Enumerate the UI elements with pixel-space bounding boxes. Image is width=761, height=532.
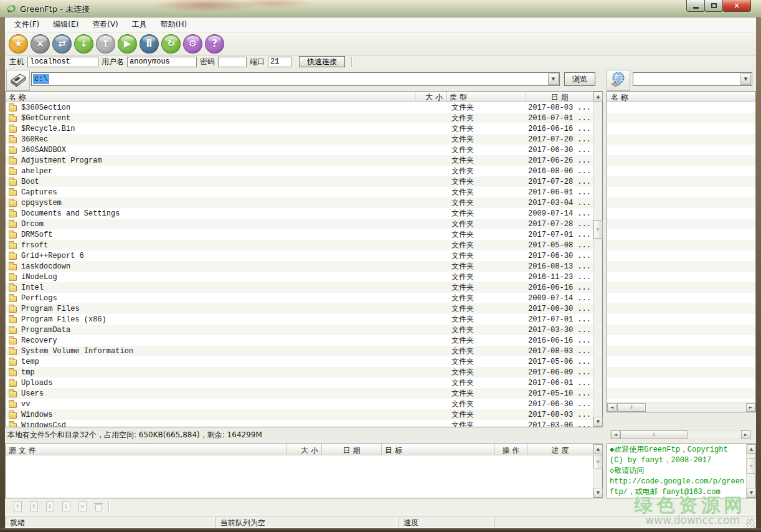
file-row[interactable]: cpqsystem文件夹2017-03-04 ... — [6, 197, 593, 208]
file-row[interactable]: Boot文件夹2017-07-28 ... — [6, 176, 593, 187]
file-row[interactable]: $GetCurrent文件夹2016-07-01 ... — [6, 113, 593, 123]
scroll-up-icon[interactable]: ▲ — [593, 444, 603, 454]
menu-item[interactable]: 编辑(E) — [46, 17, 85, 32]
scroll-right-icon[interactable]: ► — [746, 403, 755, 412]
file-row[interactable]: ProgramData文件夹2017-03-30 ... — [6, 325, 593, 335]
file-row[interactable]: $360Section文件夹2017-08-03 ... — [6, 102, 593, 113]
quick-connect-button[interactable]: 快速连接 — [299, 56, 345, 67]
transfer-mode-button[interactable]: ⇄ — [52, 34, 72, 54]
column-header-type[interactable]: 类 型 — [447, 92, 526, 102]
scroll-left-icon[interactable]: ◄ — [611, 430, 620, 439]
file-row[interactable]: Users文件夹2017-05-10 ... — [6, 388, 593, 399]
queue-column-header[interactable]: 操 作 — [495, 444, 527, 455]
port-input[interactable] — [268, 57, 291, 67]
scroll-thumb[interactable]: ≡ — [593, 455, 603, 468]
scroll-down-icon[interactable]: ▼ — [593, 488, 603, 498]
favorites-button[interactable]: ★ — [9, 34, 28, 54]
file-row[interactable]: Uploads文件夹2017-06-01 ... — [6, 378, 593, 388]
file-row[interactable]: WindowsCsd文件夹2017-03-06 ... — [6, 420, 593, 427]
scroll-thumb[interactable]: ≡ — [747, 458, 756, 474]
upload-button[interactable]: ↑ — [96, 34, 115, 54]
help-button[interactable]: ? — [205, 34, 224, 54]
file-row[interactable]: Intel文件夹2016-06-16 ... — [6, 282, 593, 293]
file-row[interactable]: $Recycle.Bin文件夹2016-06-16 ... — [6, 123, 593, 134]
file-row[interactable]: tmp文件夹2017-06-09 ... — [6, 367, 593, 378]
file-row[interactable]: Drcom文件夹2017-07-28 ... — [6, 219, 593, 229]
local-vertical-scrollbar[interactable]: ▲ ≡ ▼ — [593, 92, 602, 427]
resize-grip[interactable] — [746, 518, 755, 528]
file-row[interactable]: Recovery文件夹2016-06-16 ... — [6, 335, 593, 346]
file-name-cell: vv — [6, 400, 415, 409]
column-header-name[interactable]: 名 称 — [611, 93, 628, 102]
disconnect-button[interactable]: × — [31, 34, 50, 54]
file-row[interactable]: temp文件夹2017-05-06 ... — [6, 356, 593, 367]
file-row[interactable]: 360SANDBOX文件夹2017-06-30 ... — [6, 145, 593, 155]
chevron-down-icon[interactable]: ▼ — [740, 74, 751, 85]
menu-item[interactable]: 工具 — [125, 17, 154, 32]
scroll-right-icon[interactable]: ► — [741, 430, 750, 439]
file-row[interactable]: Program Files (x86)文件夹2017-07-01 ... — [6, 314, 593, 325]
file-row[interactable]: Captures文件夹2017-06-01 ... — [6, 187, 593, 197]
username-input[interactable] — [127, 57, 197, 67]
delete-queue-button[interactable] — [92, 500, 105, 513]
column-header-name[interactable]: 名 称 — [6, 92, 415, 102]
file-row[interactable]: iaskdocdown文件夹2016-08-13 ... — [6, 261, 593, 272]
refresh-button[interactable]: ↻ — [161, 34, 181, 54]
password-input[interactable] — [218, 57, 247, 67]
column-header-size[interactable]: 大 小 — [415, 92, 447, 102]
menu-item[interactable]: 文件(F) — [7, 17, 46, 32]
scroll-down-icon[interactable]: ▼ — [593, 417, 603, 427]
queue-column-header[interactable]: 进 度 — [527, 444, 593, 455]
download-file-button[interactable]: ⇓ — [44, 500, 56, 513]
start-button[interactable]: ▶ — [118, 34, 137, 54]
column-header-date[interactable]: 日 期 — [526, 92, 593, 102]
download-folder-button[interactable]: ⇓ — [60, 500, 72, 513]
remote-drive-button[interactable] — [607, 70, 630, 91]
file-row[interactable]: Windows文件夹2017-08-03 ... — [6, 409, 593, 420]
queue-column-header[interactable]: 大 小 — [287, 444, 322, 455]
cancel-transfer-button[interactable]: × — [76, 500, 88, 513]
scroll-thumb[interactable]: ⦀ — [620, 430, 688, 439]
remote-horizontal-scrollbar[interactable]: ◄ ⦀ ► — [607, 402, 755, 412]
upload-folder-button[interactable]: ⇑ — [27, 500, 40, 513]
scroll-down-icon[interactable]: ▼ — [747, 488, 756, 498]
minimize-button[interactable] — [686, 0, 705, 12]
file-row[interactable]: frsoft文件夹2017-05-08 ... — [6, 240, 593, 250]
queue-column-header[interactable]: 源 文 件 — [6, 444, 287, 455]
scroll-thumb[interactable]: ≡ — [593, 220, 603, 239]
file-row[interactable]: DRMSoft文件夹2017-07-01 ... — [6, 229, 593, 240]
download-button[interactable]: ↓ — [74, 34, 93, 54]
file-row[interactable]: vv文件夹2017-06-30 ... — [6, 399, 593, 409]
log-scrollbar[interactable]: ▲ ≡ ▼ — [746, 444, 755, 498]
chevron-down-icon[interactable]: ▼ — [548, 74, 559, 85]
scroll-up-icon[interactable]: ▲ — [593, 92, 603, 102]
scroll-left-icon[interactable]: ◄ — [607, 403, 617, 412]
pause-button[interactable]: Ⅱ — [139, 34, 159, 54]
file-row[interactable]: iNodeLog文件夹2016-11-23 ... — [6, 272, 593, 282]
file-row[interactable]: ahelper文件夹2016-08-06 ... — [6, 166, 593, 176]
file-row[interactable]: Program Files文件夹2017-06-30 ... — [6, 303, 593, 314]
local-path-combobox[interactable]: c:\ ▼ — [31, 72, 560, 86]
queue-column-header[interactable]: 目 标 — [382, 444, 495, 455]
remote-path-combobox[interactable]: ▼ — [633, 72, 752, 86]
queue-column-header[interactable]: 日 期 — [322, 444, 382, 455]
local-drive-button[interactable] — [6, 70, 30, 91]
file-row[interactable]: Grid++Report 6文件夹2017-06-30 ... — [6, 250, 593, 261]
browse-button[interactable]: 浏览 — [564, 72, 595, 86]
file-row[interactable]: System Volume Information文件夹2017-08-03 .… — [6, 346, 593, 356]
file-row[interactable]: 360Rec文件夹2017-07-20 ... — [6, 134, 593, 145]
queue-vertical-scrollbar[interactable]: ▲ ≡ ▼ — [593, 444, 602, 498]
file-row[interactable]: Documents and Settings文件夹2009-07-14 ... — [6, 208, 593, 219]
scroll-up-icon[interactable]: ▲ — [747, 444, 756, 454]
menu-item[interactable]: 查看(V) — [85, 17, 125, 32]
file-row[interactable]: Adjustment Program文件夹2017-06-26 ... — [6, 155, 593, 166]
host-input[interactable] — [27, 57, 98, 67]
upload-file-button[interactable]: ⇑ — [11, 500, 24, 513]
maximize-button[interactable] — [704, 0, 723, 12]
scroll-thumb[interactable]: ⦀ — [617, 403, 646, 412]
settings-button[interactable]: ⚙ — [183, 34, 202, 54]
close-button[interactable]: × — [722, 0, 751, 12]
lower-horizontal-scrollbar[interactable]: ◄ ⦀ ► — [610, 430, 751, 439]
menu-item[interactable]: 帮助(H) — [154, 17, 194, 32]
file-row[interactable]: PerfLogs文件夹2009-07-14 ... — [6, 293, 593, 303]
